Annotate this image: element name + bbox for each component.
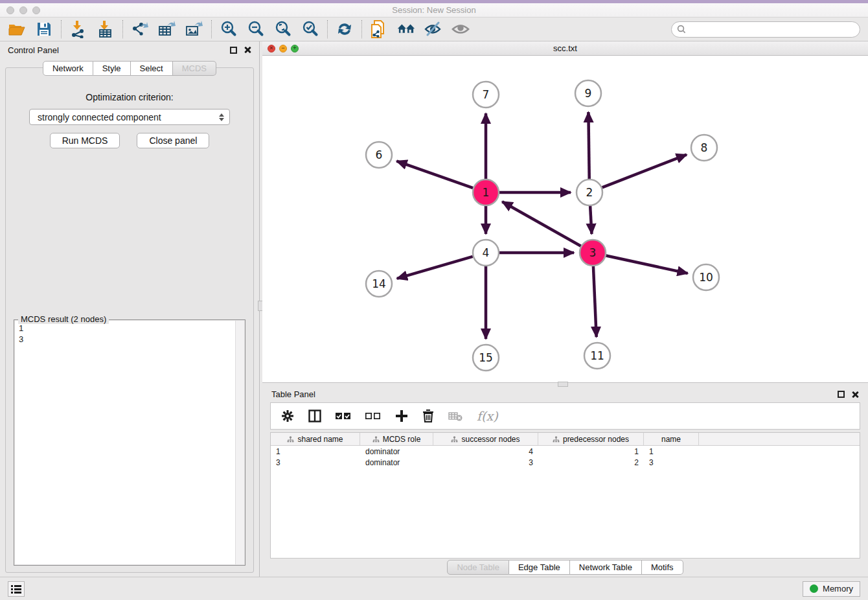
- graph-edge-1-6[interactable]: [396, 161, 473, 188]
- graph-node-1[interactable]: 1: [473, 179, 499, 205]
- column-header-name[interactable]: name: [644, 433, 699, 445]
- maximize-window-icon[interactable]: [32, 6, 40, 14]
- tab-node-table[interactable]: Node Table: [447, 560, 509, 575]
- graph-node-10[interactable]: 10: [693, 264, 719, 290]
- network-minimize-icon[interactable]: −: [279, 45, 287, 52]
- hierarchy-icon: [553, 436, 560, 443]
- export-table-icon[interactable]: [158, 20, 176, 38]
- graph-node-6[interactable]: 6: [366, 142, 392, 168]
- graph-edge-3-1[interactable]: [502, 202, 580, 246]
- function-icon[interactable]: f(x): [477, 409, 498, 423]
- cell-name[interactable]: 3: [644, 458, 699, 467]
- control-panel-title: Control Panel: [8, 45, 59, 55]
- add-icon[interactable]: [395, 410, 408, 422]
- tab-style[interactable]: Style: [93, 61, 131, 76]
- window-title: Session: New Session: [0, 5, 868, 15]
- export-network-icon[interactable]: [131, 20, 149, 38]
- cell-successor-nodes[interactable]: 4: [433, 447, 538, 456]
- app-window: Session: New Session: [0, 0, 868, 600]
- export-group: [122, 20, 211, 38]
- network-close-icon[interactable]: ×: [268, 45, 275, 52]
- zoom-fit-icon[interactable]: [274, 20, 292, 38]
- svg-text:2: 2: [586, 186, 593, 199]
- column-header-mcds-role[interactable]: MCDS role: [360, 433, 433, 445]
- zoom-in-icon[interactable]: [220, 20, 238, 38]
- search-field[interactable]: [671, 21, 860, 38]
- search-input[interactable]: [689, 25, 854, 34]
- table-toolbar: f(x): [270, 402, 860, 430]
- refresh-icon[interactable]: [336, 20, 354, 38]
- columns-icon[interactable]: [308, 410, 321, 422]
- open-folder-icon[interactable]: [8, 20, 26, 38]
- zoom-out-icon[interactable]: [247, 20, 265, 38]
- cell-shared-name[interactable]: 1: [271, 447, 360, 456]
- splitter-handle[interactable]: [558, 382, 568, 387]
- network-maximize-icon[interactable]: +: [291, 45, 299, 52]
- hide-panels-icon[interactable]: [424, 20, 442, 38]
- zoom-selected-icon[interactable]: [301, 20, 319, 38]
- tab-mcds[interactable]: MCDS: [173, 61, 216, 76]
- cell-successor-nodes[interactable]: 3: [433, 458, 538, 467]
- close-panel-button[interactable]: Close panel: [137, 133, 209, 148]
- graph-node-3[interactable]: 3: [580, 240, 606, 266]
- export-image-icon[interactable]: [185, 20, 203, 38]
- memory-button[interactable]: Memory: [803, 581, 860, 597]
- table-row[interactable]: 3 dominator 3 2 3: [271, 457, 860, 468]
- column-header-successor-nodes[interactable]: successor nodes: [433, 433, 538, 445]
- optimization-criterion-select[interactable]: strongly connected component: [29, 109, 230, 125]
- delete-table-icon[interactable]: [448, 411, 463, 421]
- graph-edge-4-14[interactable]: [397, 257, 473, 279]
- graph-edge-3-10[interactable]: [606, 255, 688, 273]
- gear-icon[interactable]: [281, 410, 294, 422]
- column-header-predecessor-nodes[interactable]: predecessor nodes: [538, 433, 644, 445]
- show-eye-icon[interactable]: [451, 20, 470, 38]
- cell-predecessor-nodes[interactable]: 1: [538, 447, 644, 456]
- clone-network-icon[interactable]: [370, 20, 388, 38]
- horizontal-splitter[interactable]: [262, 383, 868, 386]
- svg-text:11: 11: [590, 349, 604, 362]
- graph-node-4[interactable]: 4: [473, 240, 499, 266]
- tab-network-table[interactable]: Network Table: [570, 560, 642, 575]
- network-canvas[interactable]: 7968124314101511: [262, 56, 868, 382]
- tab-select[interactable]: Select: [131, 61, 173, 76]
- close-table-panel-icon[interactable]: [851, 391, 859, 398]
- table-row[interactable]: 1 dominator 4 1 1: [271, 446, 860, 457]
- cell-shared-name[interactable]: 3: [271, 458, 360, 467]
- graph-node-8[interactable]: 8: [691, 135, 717, 161]
- save-icon[interactable]: [35, 20, 53, 38]
- close-window-icon[interactable]: [6, 6, 14, 14]
- graph-node-11[interactable]: 11: [584, 343, 610, 369]
- graph-edge-2-3[interactable]: [590, 206, 591, 234]
- tab-edge-table[interactable]: Edge Table: [509, 560, 570, 575]
- delete-icon[interactable]: [422, 410, 434, 422]
- right-column: × − + scc.txt 7968124314101511 Table Pan…: [262, 41, 868, 577]
- task-history-button[interactable]: [8, 581, 25, 597]
- mcds-result-text[interactable]: 1 3: [15, 321, 235, 564]
- cell-mcds-role[interactable]: dominator: [360, 447, 433, 456]
- cell-name[interactable]: 1: [644, 447, 699, 456]
- cell-mcds-role[interactable]: dominator: [360, 458, 433, 467]
- close-panel-icon[interactable]: [244, 46, 251, 54]
- graph-node-2[interactable]: 2: [577, 179, 602, 205]
- import-table-icon[interactable]: [97, 20, 115, 38]
- select-all-icon[interactable]: [336, 412, 351, 420]
- result-scrollbar[interactable]: [235, 321, 244, 564]
- home-icon[interactable]: [397, 20, 415, 38]
- graph-edge-2-8[interactable]: [602, 155, 687, 188]
- tab-network[interactable]: Network: [43, 61, 93, 76]
- graph-edge-2-9[interactable]: [588, 112, 589, 179]
- column-header-shared-name[interactable]: shared name: [271, 433, 360, 445]
- float-panel-icon[interactable]: [230, 47, 237, 54]
- tab-motifs[interactable]: Motifs: [642, 560, 683, 575]
- float-table-panel-icon[interactable]: [838, 391, 845, 398]
- import-network-icon[interactable]: [69, 20, 87, 38]
- graph-node-14[interactable]: 14: [366, 271, 392, 297]
- graph-node-15[interactable]: 15: [473, 345, 499, 371]
- graph-node-7[interactable]: 7: [473, 82, 499, 108]
- minimize-window-icon[interactable]: [19, 6, 27, 14]
- graph-edge-3-11[interactable]: [593, 266, 597, 337]
- deselect-all-icon[interactable]: [365, 412, 381, 420]
- cell-predecessor-nodes[interactable]: 2: [538, 458, 644, 467]
- run-mcds-button[interactable]: Run MCDS: [50, 133, 120, 148]
- graph-node-9[interactable]: 9: [575, 80, 601, 106]
